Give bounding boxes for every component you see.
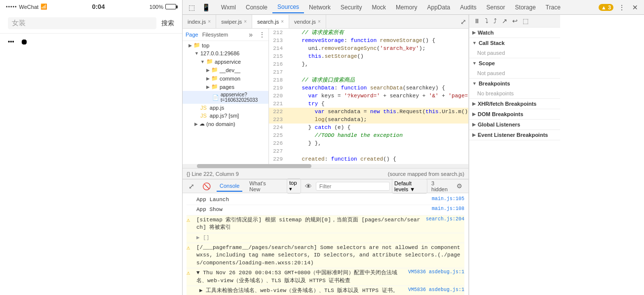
close-devtools-button[interactable]: ✕ (630, 2, 640, 12)
tab-wxml[interactable]: Wxml (216, 2, 241, 13)
console-expand-button[interactable]: ⤢ (187, 181, 196, 191)
tab-trace[interactable]: Trace (541, 2, 566, 13)
debug-section-callstack-label: Call Stack (479, 40, 505, 46)
tree-item-appservice-file[interactable]: 📄 appservice?t=160632025033 (183, 91, 268, 104)
tab-storage[interactable]: Storage (510, 2, 541, 13)
status-source-map: (source mapped from search.js) (388, 171, 464, 177)
file-tree-more-button[interactable]: » (249, 31, 253, 39)
console-line-text-6: ▶ 工具未检验合法域名、web-view（业务域名）、TLS 版本以及 HTTP… (199, 287, 405, 295)
console-level-select[interactable]: Default levels ▼ (392, 179, 427, 194)
settings-button[interactable]: ⋮ (616, 2, 627, 12)
tree-item-common[interactable]: ▶ 📁 common (183, 74, 268, 83)
tree-item-appservice[interactable]: ▼ 📁 appservice (183, 57, 268, 66)
debug-section-callstack-header[interactable]: ▼ Call Stack (469, 38, 560, 48)
editor-tab-searchjs-close[interactable]: × (281, 19, 284, 24)
console-settings-button[interactable]: ⚙ (455, 181, 464, 191)
editor-tab-indexjs[interactable]: index.js × (183, 15, 216, 28)
phone-search-input[interactable] (8, 17, 156, 29)
debug-deactivate-button[interactable]: ⬚ (521, 17, 530, 25)
debug-section-breakpoints-header[interactable]: ▼ Breakpoints (469, 79, 560, 88)
console-line-source-3[interactable]: search.js:204 (426, 216, 464, 222)
phone-search-button[interactable]: 搜索 (161, 19, 174, 28)
devtools-toolbar: ⬚ 📱 Wxml Console Sources Network Securit… (183, 0, 644, 15)
console-tab-console[interactable]: Console (217, 181, 242, 192)
editor-tab-indexjs-close[interactable]: × (208, 19, 211, 24)
tab-sensor[interactable]: Sensor (482, 2, 510, 13)
file-tree-options-button[interactable]: ⋮ (259, 31, 265, 39)
code-line-227: 227 (269, 147, 468, 155)
tree-item-localhost[interactable]: ▼ 127.0.0.1:29686 (183, 49, 268, 57)
editor-hscrollbar-thumb[interactable] (197, 164, 311, 168)
editor-tab-indexjs-label: index.js (188, 19, 206, 25)
file-icon-appjs: JS (200, 105, 207, 111)
debug-section-event-header[interactable]: ▶ Event Listener Breakpoints (469, 130, 560, 140)
tree-item-pages[interactable]: ▶ 📁 pages (183, 83, 268, 91)
console-context-select[interactable]: top ▾ (287, 178, 301, 194)
debug-section-watch-header[interactable]: ▶ Watch (469, 28, 560, 38)
debug-step-button[interactable]: ↩ (511, 17, 519, 25)
tree-item-top[interactable]: ▶ 📁 top (183, 41, 268, 49)
tree-arrow-appservice: ▼ (200, 59, 205, 64)
tab-audits[interactable]: Audits (455, 2, 481, 13)
tree-arrow-localhost: ▼ (194, 51, 199, 56)
debug-arrow-dom: ▶ (472, 112, 476, 117)
tab-memory[interactable]: Memory (391, 2, 422, 13)
console-tab-whatsnew[interactable]: What's New (246, 178, 279, 194)
code-line-224: 224 } catch (e) { (269, 124, 468, 131)
editor-tab-swiperjs-close[interactable]: × (244, 19, 247, 24)
inspect-element-button[interactable]: ⬚ (187, 2, 197, 12)
file-tree-tab-filesystem[interactable]: Filesystem (202, 32, 228, 38)
tree-item-appjs-sm[interactable]: JS app.js? [sm] (183, 112, 268, 120)
debug-step-over-button[interactable]: ⤵ (484, 17, 490, 25)
editor-tab-searchjs[interactable]: search.js × (252, 15, 289, 28)
debug-step-into-button[interactable]: ⤴ (492, 17, 498, 25)
tree-item-nodomain[interactable]: ▶ ☁ (no domain) (183, 120, 268, 128)
editor-tab-swiperjs[interactable]: swiper.js × (216, 15, 252, 28)
console-line-source-2[interactable]: main.js:108 (432, 206, 464, 211)
editor-hscrollbar[interactable] (183, 164, 468, 168)
editor-tab-vendorjs[interactable]: vendor.js × (289, 15, 326, 28)
console-line-source-5[interactable]: VM5836 asdebug.js:1 (408, 269, 464, 275)
console-warn-icon-4: ⚠ (187, 244, 193, 252)
device-toggle-button[interactable]: 📱 (200, 2, 212, 12)
debug-section-global-header[interactable]: ▶ Global Listeners (469, 120, 560, 129)
file-tree: Page Filesystem » ⋮ ▶ 📁 top ▼ 127.0.0.1:… (183, 29, 269, 164)
tab-console[interactable]: Console (241, 2, 272, 13)
debug-arrow-global: ▶ (472, 122, 476, 127)
console-line-text-2: App Show (196, 206, 429, 213)
tab-network[interactable]: Network (304, 2, 336, 13)
console-line-source-1[interactable]: main.js:105 (432, 196, 464, 202)
editor-tab-vendorjs-close[interactable]: × (318, 19, 321, 24)
devtools-panel: ⬚ 📱 Wxml Console Sources Network Securit… (183, 0, 644, 295)
debug-step-out-button[interactable]: ↗ (500, 17, 509, 25)
tree-arrow-pages: ▶ (206, 84, 210, 89)
tree-label-top: top (202, 42, 209, 48)
console-filter-input[interactable] (316, 182, 390, 191)
console-line-text-4: [/___pageframe__/pages/search/search] So… (196, 244, 464, 267)
editor-tab-more-button[interactable]: ⤢ (458, 17, 468, 27)
status-position: {} Line 222, Column 9 (187, 171, 239, 177)
file-tree-toolbar: Page Filesystem » ⋮ (183, 29, 268, 41)
tab-mock[interactable]: Mock (367, 2, 391, 13)
console-line-source-6[interactable]: VM5836 asdebug.js:1 (408, 287, 464, 293)
code-editor[interactable]: 212 // 请求搜索所有 213 removeStorage: functio… (269, 29, 468, 164)
tab-security[interactable]: Security (336, 2, 367, 13)
code-line-225: 225 //TODO handle the exception (269, 131, 468, 139)
debug-section-scope-header[interactable]: ▼ Scope (469, 58, 560, 68)
folder-icon-dev: 📁 (211, 67, 218, 73)
tree-arrow-top: ▶ (189, 43, 192, 48)
debug-pause-button[interactable]: ⏸ (472, 17, 482, 25)
tab-appdata[interactable]: AppData (422, 2, 455, 13)
console-line-5: ⚠ ▼ Thu Nov 26 2020 00:04:53 GMT+0800（中国… (187, 268, 464, 286)
phone-signal: ••••• (6, 4, 17, 9)
tree-item-appjs[interactable]: JS app.js (183, 104, 268, 112)
tab-sources[interactable]: Sources (272, 1, 304, 13)
console-eye-button[interactable]: 👁 (303, 181, 314, 191)
debug-section-dom-header[interactable]: ▶ DOM Breakpoints (469, 109, 560, 119)
debug-section-scope: ▼ Scope Not paused (469, 58, 560, 79)
tree-item-dev[interactable]: ▶ 📁 __dev__ (183, 66, 268, 74)
debug-section-xhr-label: XHR/fetch Breakpoints (478, 101, 536, 107)
console-clear-button[interactable]: 🚫 (200, 181, 213, 191)
debug-section-xhr-header[interactable]: ▶ XHR/fetch Breakpoints (469, 99, 560, 109)
file-tree-tab-page[interactable]: Page (186, 32, 198, 38)
